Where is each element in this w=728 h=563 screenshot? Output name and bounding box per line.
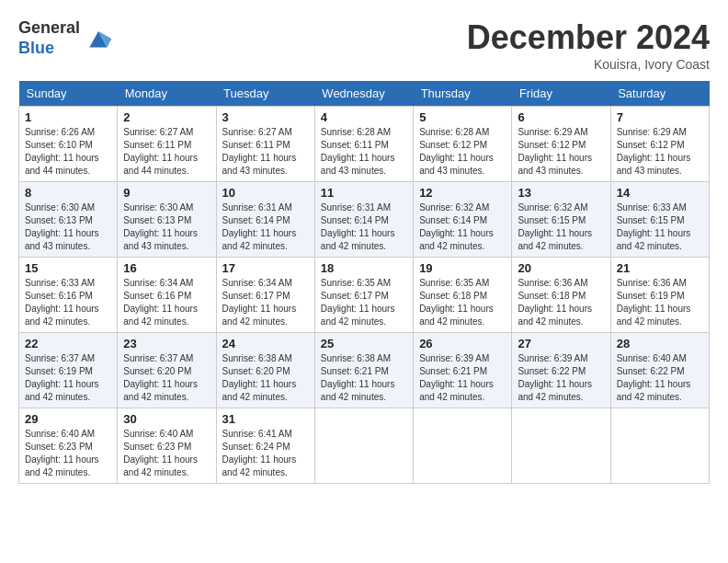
day-header-saturday: Saturday (610, 81, 709, 107)
day-info: Sunrise: 6:30 AM Sunset: 6:13 PM Dayligh… (25, 201, 111, 253)
day-number: 14 (617, 186, 703, 200)
day-number: 22 (25, 337, 111, 350)
day-number: 4 (321, 110, 407, 124)
calendar-week-row: 1 Sunrise: 6:26 AM Sunset: 6:10 PM Dayli… (19, 107, 710, 182)
day-info: Sunrise: 6:31 AM Sunset: 6:14 PM Dayligh… (321, 201, 407, 253)
calendar-cell: 1 Sunrise: 6:26 AM Sunset: 6:10 PM Dayli… (19, 107, 118, 182)
day-info: Sunrise: 6:40 AM Sunset: 6:23 PM Dayligh… (25, 428, 111, 479)
calendar-cell: 15 Sunrise: 6:33 AM Sunset: 6:16 PM Dayl… (19, 258, 118, 333)
day-info: Sunrise: 6:32 AM Sunset: 6:15 PM Dayligh… (518, 201, 604, 253)
day-info: Sunrise: 6:35 AM Sunset: 6:17 PM Dayligh… (321, 277, 407, 328)
day-number: 21 (617, 261, 703, 275)
calendar-cell: 14 Sunrise: 6:33 AM Sunset: 6:15 PM Dayl… (610, 182, 709, 258)
calendar-cell: 8 Sunrise: 6:30 AM Sunset: 6:13 PM Dayli… (19, 182, 118, 258)
day-info: Sunrise: 6:39 AM Sunset: 6:21 PM Dayligh… (419, 352, 506, 404)
day-info: Sunrise: 6:36 AM Sunset: 6:19 PM Dayligh… (617, 277, 703, 328)
calendar-cell: 3 Sunrise: 6:27 AM Sunset: 6:11 PM Dayli… (216, 107, 314, 182)
month-title: December 2024 (467, 18, 710, 57)
day-number: 15 (25, 261, 111, 275)
day-number: 12 (419, 186, 506, 200)
day-info: Sunrise: 6:39 AM Sunset: 6:22 PM Dayligh… (518, 352, 604, 404)
calendar-cell: 19 Sunrise: 6:35 AM Sunset: 6:18 PM Dayl… (414, 258, 512, 333)
calendar-cell: 31 Sunrise: 6:41 AM Sunset: 6:24 PM Dayl… (216, 408, 314, 484)
day-info: Sunrise: 6:37 AM Sunset: 6:20 PM Dayligh… (123, 352, 210, 404)
calendar-header-row: SundayMondayTuesdayWednesdayThursdayFrid… (19, 81, 710, 107)
day-number: 1 (25, 110, 111, 124)
logo-blue-text: Blue (18, 39, 54, 57)
calendar-cell: 22 Sunrise: 6:37 AM Sunset: 6:19 PM Dayl… (19, 333, 118, 408)
day-info: Sunrise: 6:28 AM Sunset: 6:11 PM Dayligh… (321, 126, 407, 178)
day-number: 27 (518, 337, 604, 350)
location: Kouisra, Ivory Coast (467, 57, 710, 72)
day-number: 5 (419, 110, 506, 124)
logo-general-text: General (18, 18, 80, 37)
calendar-table: SundayMondayTuesdayWednesdayThursdayFrid… (18, 81, 710, 484)
calendar-cell: 25 Sunrise: 6:38 AM Sunset: 6:21 PM Dayl… (314, 333, 413, 408)
day-number: 30 (123, 412, 210, 426)
calendar-week-row: 29 Sunrise: 6:40 AM Sunset: 6:23 PM Dayl… (19, 408, 710, 484)
day-number: 17 (222, 261, 309, 275)
day-number: 26 (419, 337, 506, 350)
calendar-week-row: 8 Sunrise: 6:30 AM Sunset: 6:13 PM Dayli… (19, 182, 710, 258)
day-info: Sunrise: 6:26 AM Sunset: 6:10 PM Dayligh… (25, 126, 111, 178)
day-number: 13 (518, 186, 604, 200)
day-number: 19 (419, 261, 506, 275)
calendar-cell: 2 Sunrise: 6:27 AM Sunset: 6:11 PM Dayli… (118, 107, 216, 182)
calendar-week-row: 15 Sunrise: 6:33 AM Sunset: 6:16 PM Dayl… (19, 258, 710, 333)
day-number: 6 (518, 110, 604, 124)
calendar-cell (314, 408, 413, 484)
calendar-cell: 30 Sunrise: 6:40 AM Sunset: 6:23 PM Dayl… (118, 408, 216, 484)
day-info: Sunrise: 6:32 AM Sunset: 6:14 PM Dayligh… (419, 201, 506, 253)
day-number: 25 (321, 337, 407, 350)
calendar-cell: 5 Sunrise: 6:28 AM Sunset: 6:12 PM Dayli… (414, 107, 512, 182)
day-info: Sunrise: 6:33 AM Sunset: 6:16 PM Dayligh… (25, 277, 111, 328)
day-info: Sunrise: 6:38 AM Sunset: 6:20 PM Dayligh… (222, 352, 309, 404)
day-header-sunday: Sunday (19, 81, 118, 107)
page-header: General Blue December 2024 Kouisra, Ivor… (18, 18, 710, 72)
calendar-cell: 10 Sunrise: 6:31 AM Sunset: 6:14 PM Dayl… (216, 182, 314, 258)
day-info: Sunrise: 6:30 AM Sunset: 6:13 PM Dayligh… (123, 201, 210, 253)
calendar-cell: 27 Sunrise: 6:39 AM Sunset: 6:22 PM Dayl… (512, 333, 610, 408)
calendar-cell: 12 Sunrise: 6:32 AM Sunset: 6:14 PM Dayl… (414, 182, 512, 258)
day-number: 23 (123, 337, 210, 350)
calendar-cell: 28 Sunrise: 6:40 AM Sunset: 6:22 PM Dayl… (610, 333, 709, 408)
day-number: 10 (222, 186, 309, 200)
calendar-cell: 26 Sunrise: 6:39 AM Sunset: 6:21 PM Dayl… (414, 333, 512, 408)
day-info: Sunrise: 6:29 AM Sunset: 6:12 PM Dayligh… (518, 126, 604, 178)
calendar-cell: 4 Sunrise: 6:28 AM Sunset: 6:11 PM Dayli… (314, 107, 413, 182)
day-info: Sunrise: 6:34 AM Sunset: 6:17 PM Dayligh… (222, 277, 309, 328)
day-number: 11 (321, 186, 407, 200)
day-info: Sunrise: 6:27 AM Sunset: 6:11 PM Dayligh… (222, 126, 309, 178)
logo-icon (84, 24, 113, 53)
day-info: Sunrise: 6:40 AM Sunset: 6:23 PM Dayligh… (123, 428, 210, 479)
calendar-cell: 11 Sunrise: 6:31 AM Sunset: 6:14 PM Dayl… (314, 182, 413, 258)
calendar-cell: 13 Sunrise: 6:32 AM Sunset: 6:15 PM Dayl… (512, 182, 610, 258)
day-number: 18 (321, 261, 407, 275)
day-header-tuesday: Tuesday (216, 81, 314, 107)
calendar-cell: 23 Sunrise: 6:37 AM Sunset: 6:20 PM Dayl… (118, 333, 216, 408)
day-info: Sunrise: 6:35 AM Sunset: 6:18 PM Dayligh… (419, 277, 506, 328)
day-info: Sunrise: 6:36 AM Sunset: 6:18 PM Dayligh… (518, 277, 604, 328)
day-header-wednesday: Wednesday (314, 81, 413, 107)
calendar-cell: 7 Sunrise: 6:29 AM Sunset: 6:12 PM Dayli… (610, 107, 709, 182)
calendar-cell (610, 408, 709, 484)
logo: General Blue (18, 18, 113, 58)
day-header-monday: Monday (118, 81, 216, 107)
day-number: 3 (222, 110, 309, 124)
day-number: 8 (25, 186, 111, 200)
calendar-cell: 16 Sunrise: 6:34 AM Sunset: 6:16 PM Dayl… (118, 258, 216, 333)
day-number: 28 (617, 337, 703, 350)
day-number: 9 (123, 186, 210, 200)
day-info: Sunrise: 6:31 AM Sunset: 6:14 PM Dayligh… (222, 201, 309, 253)
calendar-cell: 9 Sunrise: 6:30 AM Sunset: 6:13 PM Dayli… (118, 182, 216, 258)
title-block: December 2024 Kouisra, Ivory Coast (467, 18, 710, 72)
calendar-cell (414, 408, 512, 484)
calendar-cell: 20 Sunrise: 6:36 AM Sunset: 6:18 PM Dayl… (512, 258, 610, 333)
day-number: 20 (518, 261, 604, 275)
day-number: 31 (222, 412, 309, 426)
day-info: Sunrise: 6:37 AM Sunset: 6:19 PM Dayligh… (25, 352, 111, 404)
day-info: Sunrise: 6:34 AM Sunset: 6:16 PM Dayligh… (123, 277, 210, 328)
day-number: 2 (123, 110, 210, 124)
calendar-cell: 29 Sunrise: 6:40 AM Sunset: 6:23 PM Dayl… (19, 408, 118, 484)
calendar-cell: 24 Sunrise: 6:38 AM Sunset: 6:20 PM Dayl… (216, 333, 314, 408)
